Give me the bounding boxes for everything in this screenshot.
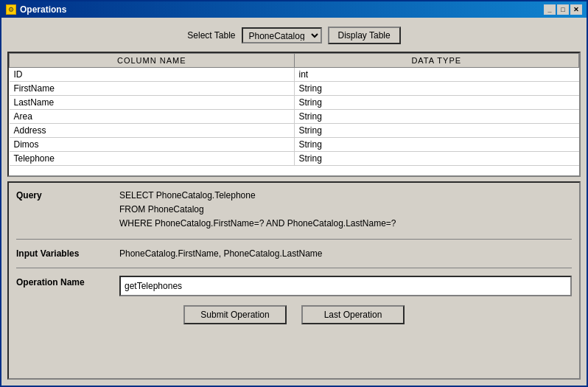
table-row: AreaString — [10, 110, 579, 124]
divider-2 — [16, 268, 572, 268]
data-type-cell: String — [294, 138, 579, 152]
data-type-cell: String — [294, 124, 579, 138]
column-name-cell: Telephone — [10, 152, 295, 166]
table-header-row: COLUMN NAME DATA TYPE — [10, 54, 579, 68]
operation-name-row: Operation Name — [16, 276, 572, 296]
query-line-1: SELECT PhoneCatalog.Telephone — [119, 189, 572, 203]
column-name-cell: Area — [10, 110, 295, 124]
query-value: SELECT PhoneCatalog.Telephone FROM Phone… — [119, 189, 572, 231]
title-bar-left: ⚙ Operations — [6, 4, 66, 15]
window-title: Operations — [20, 4, 66, 15]
input-vars-value: PhoneCatalog.FirstName, PhoneCatalog.Las… — [119, 247, 572, 260]
query-line-3: WHERE PhoneCatalog.FirstName=? AND Phone… — [119, 217, 572, 231]
input-vars-label: Input Variables — [16, 247, 112, 259]
divider-1 — [16, 239, 572, 240]
select-table-label: Select Table — [187, 30, 235, 41]
data-type-cell: String — [294, 152, 579, 166]
column-name-cell: ID — [10, 68, 295, 82]
main-window: ⚙ Operations _ □ ✕ Select Table PhoneCat… — [0, 0, 588, 387]
title-bar: ⚙ Operations _ □ ✕ — [1, 1, 587, 18]
query-line-2: FROM PhoneCatalog — [119, 203, 572, 217]
table-container: COLUMN NAME DATA TYPE IDintFirstNameStri… — [7, 52, 581, 177]
table-row: DimosString — [10, 138, 579, 152]
operation-name-input[interactable] — [119, 276, 572, 296]
column-name-cell: FirstName — [10, 82, 295, 96]
window-icon: ⚙ — [6, 4, 16, 15]
table-row: LastNameString — [10, 96, 579, 110]
data-type-cell: String — [294, 82, 579, 96]
maximize-button[interactable]: □ — [557, 4, 569, 15]
operation-name-label: Operation Name — [16, 276, 112, 287]
query-row: Query SELECT PhoneCatalog.Telephone FROM… — [16, 189, 572, 231]
column-name-header: COLUMN NAME — [10, 54, 295, 68]
minimize-button[interactable]: _ — [544, 4, 556, 15]
column-name-cell: LastName — [10, 96, 295, 110]
close-button[interactable]: ✕ — [570, 4, 582, 15]
table-row: AddressString — [10, 124, 579, 138]
table-select[interactable]: PhoneCatalog — [242, 27, 322, 43]
input-vars-row: Input Variables PhoneCatalog.FirstName, … — [16, 247, 572, 260]
data-type-header: DATA TYPE — [294, 54, 579, 68]
columns-table: COLUMN NAME DATA TYPE IDintFirstNameStri… — [9, 53, 579, 166]
submit-operation-button[interactable]: Submit Operation — [183, 305, 287, 324]
data-type-cell: int — [294, 68, 579, 82]
column-name-cell: Dimos — [10, 138, 295, 152]
table-row: TelephoneString — [10, 152, 579, 166]
title-buttons: _ □ ✕ — [544, 4, 582, 15]
data-type-cell: String — [294, 110, 579, 124]
toolbar: Select Table PhoneCatalog Display Table — [7, 24, 581, 47]
table-row: IDint — [10, 68, 579, 82]
table-row: FirstNameString — [10, 82, 579, 96]
column-name-cell: Address — [10, 124, 295, 138]
display-table-button[interactable]: Display Table — [328, 27, 401, 44]
query-label: Query — [16, 189, 112, 201]
last-operation-button[interactable]: Last Operation — [301, 305, 405, 324]
data-type-cell: String — [294, 96, 579, 110]
content-area: Select Table PhoneCatalog Display Table … — [1, 18, 587, 386]
bottom-section: Query SELECT PhoneCatalog.Telephone FROM… — [7, 181, 581, 380]
buttons-row: Submit Operation Last Operation — [16, 302, 572, 324]
